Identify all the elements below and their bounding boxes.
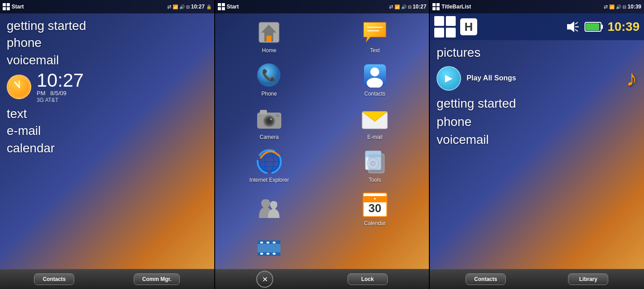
signal-icon-2: 📶 xyxy=(394,4,400,9)
phone-icon: 📞 xyxy=(257,63,281,88)
status-time-2: 10:27 xyxy=(413,4,427,10)
panel-1: Start ⇄ 📶 🔊 ⊟ 10:27 🔒 getting started ph… xyxy=(0,0,214,289)
pictures-section[interactable]: pictures xyxy=(436,45,637,61)
svg-rect-8 xyxy=(218,3,221,6)
panel1-content: getting started phone voicemail 10:27 PM xyxy=(0,13,214,269)
calendar-number: 30 xyxy=(369,202,381,214)
p3-title-section: H 10:39 xyxy=(430,13,644,40)
volume-icon: 🔊 xyxy=(179,4,185,9)
music-note-icon: ♪ xyxy=(626,65,637,91)
svg-line-5 xyxy=(15,82,19,87)
windows-logo-icon-3 xyxy=(432,3,440,10)
camera-icon-container xyxy=(256,105,283,132)
text-icon xyxy=(361,20,388,45)
voicemail-item[interactable]: voicemail xyxy=(7,52,208,68)
commmgr-softkey[interactable]: Comm Mgr. xyxy=(134,273,180,285)
calendar-label: Calendar xyxy=(364,220,386,226)
svg-rect-3 xyxy=(7,7,10,10)
svg-rect-28 xyxy=(276,114,280,117)
getting-started-item[interactable]: getting started xyxy=(7,18,208,34)
svg-rect-56 xyxy=(436,7,440,10)
svg-rect-54 xyxy=(436,3,440,6)
email-app[interactable]: E-mail xyxy=(322,101,427,144)
app-grid: Home Text xyxy=(215,13,429,269)
library-softkey[interactable]: Library xyxy=(568,273,608,285)
ie-app[interactable]: Internet Explorer xyxy=(217,145,322,187)
calendar-app[interactable]: ▼ 30 Calendar xyxy=(322,188,427,230)
email-icon xyxy=(361,108,388,130)
tools-label: Tools xyxy=(369,177,381,183)
text-icon-container xyxy=(361,19,388,46)
calendar-icon: ▼ 30 xyxy=(363,193,387,217)
panel3-content: pictures ▶ Play All Songs ♪ getting star… xyxy=(430,40,644,269)
svg-rect-23 xyxy=(260,110,267,114)
clock-face xyxy=(7,75,31,99)
tools-icon xyxy=(362,149,388,175)
svg-rect-9 xyxy=(222,3,225,6)
panel2-title: Start xyxy=(227,4,387,10)
ie-label: Internet Explorer xyxy=(249,177,289,183)
phone-app[interactable]: 📞 Phone xyxy=(217,59,322,101)
status-bar-2: Start ⇄ 📶 🔊 ⊟ 10:27 xyxy=(215,0,429,13)
home-icon-container xyxy=(256,19,283,46)
svg-rect-58 xyxy=(446,16,456,26)
tools-app[interactable]: Tools xyxy=(322,145,427,187)
close-softkey[interactable]: ✕ xyxy=(256,271,273,288)
home-app[interactable]: Home xyxy=(217,15,322,58)
panel-3: TitleBarList ⇄ 📶 🔊 ⊟ 10:39 H xyxy=(430,0,644,289)
svg-rect-52 xyxy=(273,253,275,255)
status-icons-1: ⇄ 📶 🔊 ⊟ 10:27 🔒 xyxy=(167,4,212,10)
softkey-bar-3: Contacts Library xyxy=(430,269,644,289)
phone-icon-container: 📞 xyxy=(256,62,283,89)
play-all-button[interactable]: ▶ xyxy=(436,66,461,91)
lock-softkey[interactable]: Lock xyxy=(347,273,388,285)
clock-time: 10:27 xyxy=(37,71,84,90)
status-icons-2: ⇄ 📶 🔊 ⊟ 10:27 xyxy=(389,4,427,10)
voicemail-section[interactable]: voicemail xyxy=(436,132,637,148)
email-label: E-mail xyxy=(367,134,382,140)
video-icon xyxy=(257,238,281,258)
status-icons-3: ⇄ 📶 🔊 ⊟ 10:39 xyxy=(604,4,641,10)
phone-item[interactable]: phone xyxy=(7,35,208,51)
volume-large-icon xyxy=(564,19,580,35)
people-app[interactable] xyxy=(217,188,322,230)
volume-icon-3: 🔊 xyxy=(616,4,621,9)
svg-rect-53 xyxy=(432,3,436,6)
battery-icon-3: ⊟ xyxy=(623,4,626,9)
email-icon-container xyxy=(361,105,388,132)
svg-rect-1 xyxy=(7,3,10,6)
svg-rect-10 xyxy=(218,7,221,10)
camera-app[interactable]: Camera xyxy=(217,101,322,144)
email-item[interactable]: e-mail xyxy=(7,123,208,139)
contacts-softkey-3[interactable]: Contacts xyxy=(466,273,506,285)
contacts-label: Contacts xyxy=(364,91,385,97)
home-label: Home xyxy=(262,47,276,54)
status-bar-3: TitleBarList ⇄ 📶 🔊 ⊟ 10:39 xyxy=(430,0,644,13)
clock-svg xyxy=(9,77,30,97)
music-row: ▶ Play All Songs ♪ xyxy=(436,65,637,91)
clock-row: 10:27 PM 8/5/09 3G AT&T xyxy=(7,71,208,103)
calendar-item[interactable]: calendar xyxy=(7,140,208,156)
home-icon xyxy=(257,20,281,45)
svg-text:H: H xyxy=(465,20,473,34)
svg-rect-69 xyxy=(586,23,599,30)
svg-rect-57 xyxy=(434,16,444,26)
clock-date: 8/5/09 xyxy=(50,90,66,96)
svg-rect-43 xyxy=(369,154,384,173)
contacts-softkey[interactable]: Contacts xyxy=(34,273,74,285)
windows-logo-icon-2 xyxy=(218,3,225,10)
video-app[interactable] xyxy=(217,231,322,267)
contacts-app[interactable]: Contacts xyxy=(322,59,427,101)
signal-icon-3: 📶 xyxy=(609,4,614,9)
text-item[interactable]: text xyxy=(7,106,208,122)
phone-section[interactable]: phone xyxy=(436,114,637,130)
svg-rect-47 xyxy=(260,242,263,243)
battery-icon-2: ⊟ xyxy=(408,4,411,9)
battery-icon: ⊟ xyxy=(186,4,190,9)
svg-point-7 xyxy=(18,86,20,88)
camera-label: Camera xyxy=(259,134,279,140)
status-time-1: 10:27 xyxy=(191,4,205,10)
text-app[interactable]: Text xyxy=(322,15,427,58)
svg-rect-59 xyxy=(434,28,444,38)
getting-started-section[interactable]: getting started xyxy=(436,96,637,112)
